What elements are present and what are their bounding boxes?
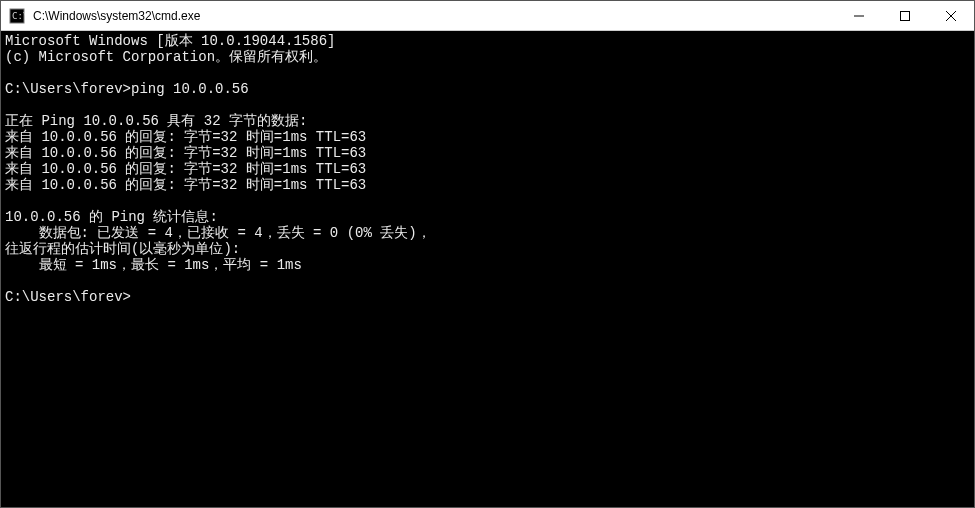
- terminal-line: 往返行程的估计时间(以毫秒为单位):: [5, 241, 970, 257]
- cmd-icon: C:\: [9, 8, 25, 24]
- terminal-line: Microsoft Windows [版本 10.0.19044.1586]: [5, 33, 970, 49]
- terminal-line: 数据包: 已发送 = 4，已接收 = 4，丢失 = 0 (0% 丢失)，: [5, 225, 970, 241]
- titlebar: C:\ C:\Windows\system32\cmd.exe: [1, 1, 974, 31]
- svg-rect-3: [901, 11, 910, 20]
- terminal-line: 10.0.0.56 的 Ping 统计信息:: [5, 209, 970, 225]
- terminal-line: [5, 193, 970, 209]
- close-button[interactable]: [928, 1, 974, 30]
- terminal-line: 最短 = 1ms，最长 = 1ms，平均 = 1ms: [5, 257, 970, 273]
- maximize-button[interactable]: [882, 1, 928, 30]
- minimize-button[interactable]: [836, 1, 882, 30]
- terminal-line: [5, 273, 970, 289]
- terminal-output[interactable]: Microsoft Windows [版本 10.0.19044.1586](c…: [1, 31, 974, 507]
- terminal-line: 来自 10.0.0.56 的回复: 字节=32 时间=1ms TTL=63: [5, 161, 970, 177]
- cmd-window: C:\ C:\Windows\system32\cmd.exe Microsof…: [0, 0, 975, 508]
- terminal-line: [5, 65, 970, 81]
- window-controls: [836, 1, 974, 30]
- terminal-line: 来自 10.0.0.56 的回复: 字节=32 时间=1ms TTL=63: [5, 129, 970, 145]
- window-title: C:\Windows\system32\cmd.exe: [33, 9, 200, 23]
- terminal-line: (c) Microsoft Corporation。保留所有权利。: [5, 49, 970, 65]
- terminal-line: C:\Users\forev>ping 10.0.0.56: [5, 81, 970, 97]
- terminal-line: 正在 Ping 10.0.0.56 具有 32 字节的数据:: [5, 113, 970, 129]
- terminal-line: [5, 97, 970, 113]
- terminal-line: 来自 10.0.0.56 的回复: 字节=32 时间=1ms TTL=63: [5, 177, 970, 193]
- terminal-line: C:\Users\forev>: [5, 289, 970, 305]
- svg-text:C:\: C:\: [12, 11, 25, 21]
- terminal-line: 来自 10.0.0.56 的回复: 字节=32 时间=1ms TTL=63: [5, 145, 970, 161]
